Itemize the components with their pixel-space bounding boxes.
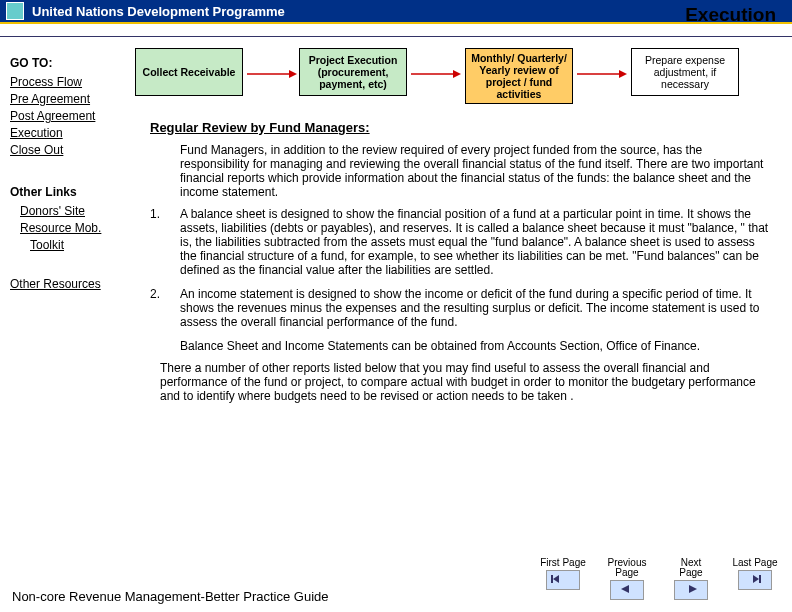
arrow-icon xyxy=(411,70,461,78)
page-nav: First Page Previous Page Next Page Last … xyxy=(540,558,778,600)
blue-rule xyxy=(0,36,792,37)
nav-next[interactable]: Next Page xyxy=(668,558,714,600)
nav-prev[interactable]: Previous Page xyxy=(604,558,650,600)
goto-heading: GO TO: xyxy=(10,56,126,70)
link-post-agreement[interactable]: Post Agreement xyxy=(10,108,126,125)
flow-box-collect: Collect Receivable xyxy=(135,48,243,96)
link-resource-mob[interactable]: Resource Mob. xyxy=(20,220,126,237)
link-process-flow[interactable]: Process Flow xyxy=(10,74,126,91)
prev-page-icon xyxy=(610,580,644,600)
other-links-heading: Other Links xyxy=(10,185,126,199)
nav-first[interactable]: First Page xyxy=(540,558,586,600)
undp-logo xyxy=(6,2,24,20)
svg-marker-8 xyxy=(621,585,629,593)
link-toolkit[interactable]: Toolkit xyxy=(30,237,126,254)
nav-label: Previous Page xyxy=(604,558,650,578)
flow-diagram: Collect Receivable Project Execution (pr… xyxy=(135,48,785,118)
list-item-2: 2. An income statement is designed to sh… xyxy=(150,287,770,329)
list-number: 2. xyxy=(150,287,180,329)
list-text: A balance sheet is designed to show the … xyxy=(180,207,770,277)
list-item-1: 1. A balance sheet is designed to show t… xyxy=(150,207,770,277)
flow-box-review: Monthly/ Quarterly/ Yearly review of pro… xyxy=(465,48,573,104)
link-pre-agreement[interactable]: Pre Agreement xyxy=(10,91,126,108)
list-text: An income statement is designed to show … xyxy=(180,287,770,329)
header-bar: United Nations Development Programme xyxy=(0,0,792,22)
para-3: Balance Sheet and Income Statements can … xyxy=(180,339,770,353)
link-close-out[interactable]: Close Out xyxy=(10,142,126,159)
page-title: Execution xyxy=(685,4,776,26)
sidebar: GO TO: Process Flow Pre Agreement Post A… xyxy=(10,50,126,293)
link-execution[interactable]: Execution xyxy=(10,125,126,142)
next-page-icon xyxy=(674,580,708,600)
nav-last[interactable]: Last Page xyxy=(732,558,778,600)
flow-box-adjust: Prepare expense adjustment, if necessary xyxy=(631,48,739,96)
arrow-icon xyxy=(577,70,627,78)
svg-marker-9 xyxy=(689,585,697,593)
svg-rect-11 xyxy=(759,575,761,583)
intro-para: Fund Managers, in addition to the review… xyxy=(180,143,770,199)
nav-label: Next Page xyxy=(668,558,714,578)
link-other-resources[interactable]: Other Resources xyxy=(10,276,126,293)
footer-title: Non-core Revenue Management-Better Pract… xyxy=(12,589,329,604)
first-page-icon xyxy=(546,570,580,590)
svg-marker-3 xyxy=(453,70,461,78)
main-content: Regular Review by Fund Managers: Fund Ma… xyxy=(150,120,770,411)
list-number: 1. xyxy=(150,207,180,277)
svg-marker-10 xyxy=(753,575,759,583)
subhead: Regular Review by Fund Managers: xyxy=(150,120,770,135)
svg-marker-6 xyxy=(553,575,559,583)
gold-rule xyxy=(0,22,792,24)
svg-rect-7 xyxy=(551,575,553,583)
svg-marker-5 xyxy=(619,70,627,78)
header-title: United Nations Development Programme xyxy=(32,4,285,19)
nav-label: Last Page xyxy=(732,558,778,568)
nav-label: First Page xyxy=(540,558,586,568)
flow-box-execution: Project Execution (procurement, payment,… xyxy=(299,48,407,96)
link-donors-site[interactable]: Donors' Site xyxy=(20,203,126,220)
arrow-icon xyxy=(247,70,297,78)
last-page-icon xyxy=(738,570,772,590)
para-4: There a number of other reports listed b… xyxy=(160,361,770,403)
svg-marker-1 xyxy=(289,70,297,78)
